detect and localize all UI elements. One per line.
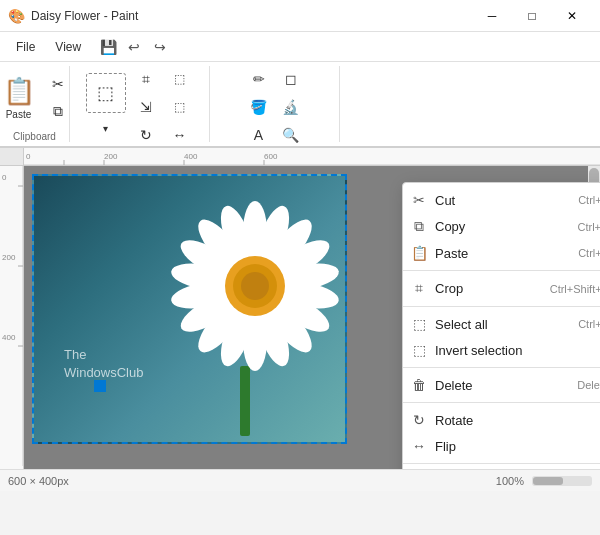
eraser-button[interactable]: ◻ (277, 66, 305, 92)
canvas-container[interactable]: The WindowsClub ✂ Cut Ctrl+X ⧉ Copy Ctrl… (24, 166, 600, 469)
menu-view[interactable]: View (47, 38, 89, 56)
maximize-button[interactable]: □ (512, 0, 552, 32)
fill-button[interactable]: 🪣 (245, 94, 273, 120)
selection-indicator (94, 380, 106, 392)
ribbon-group-tools: ✏ 🪣 A ◻ 🔬 🔍 Tools (210, 66, 340, 142)
flower-image (170, 186, 345, 436)
resize-button[interactable]: ⇲ (132, 94, 160, 120)
context-paste[interactable]: 📋 Paste Ctrl+V (403, 240, 600, 266)
titlebar: 🎨 Daisy Flower - Paint ─ □ ✕ (0, 0, 600, 32)
extra-btn1[interactable]: ⬚ (166, 66, 194, 92)
paste-menu-label: Paste (435, 246, 570, 261)
coords-label: 600 × 400px (8, 475, 69, 487)
redo-button[interactable]: ↪ (149, 36, 171, 58)
separator-3 (403, 367, 600, 368)
svg-text:200: 200 (104, 152, 118, 161)
context-select-all[interactable]: ⬚ Select all Ctrl+A (403, 311, 600, 337)
window-controls: ─ □ ✕ (472, 0, 592, 32)
cut-copy-col: ✂ ⧉ (44, 71, 72, 125)
flip-menu-label: Flip (435, 439, 598, 454)
undo-button[interactable]: ↩ (123, 36, 145, 58)
svg-text:200: 200 (2, 253, 16, 262)
ruler-corner (0, 148, 24, 166)
copy-shortcut: Ctrl+C (578, 221, 600, 233)
canvas-image[interactable]: The WindowsClub (32, 174, 347, 444)
copy-button[interactable]: ⧉ (44, 99, 72, 125)
context-delete[interactable]: 🗑 Delete Delete (403, 372, 600, 398)
select-col: ⬚ ▾ (86, 73, 126, 141)
magnify-icon: 🔍 (282, 127, 299, 143)
paste-menu-icon: 📋 (411, 245, 427, 261)
rotate-menu-label: Rotate (435, 413, 598, 428)
pencil-button[interactable]: ✏ (245, 66, 273, 92)
crop-button[interactable]: ⌗ (132, 66, 160, 92)
flip-menu-icon: ↔ (411, 438, 427, 454)
context-invert-selection[interactable]: ⬚ Invert selection (403, 337, 600, 363)
fill-icon: 🪣 (250, 99, 267, 115)
delete-label: Delete (435, 378, 569, 393)
eraser-col: ◻ 🔬 🔍 (277, 66, 305, 148)
svg-point-37 (241, 272, 269, 300)
close-button[interactable]: ✕ (552, 0, 592, 32)
text-button[interactable]: A (245, 122, 273, 148)
paste-shortcut: Ctrl+V (578, 247, 600, 259)
select-all-label: Select all (435, 317, 570, 332)
select-all-shortcut: Ctrl+A (578, 318, 600, 330)
color-picker-button[interactable]: 🔬 (277, 94, 305, 120)
separator-5 (403, 463, 600, 464)
cut-shortcut: Ctrl+X (578, 194, 600, 206)
select-icon: ⬚ (97, 82, 114, 104)
copy-menu-label: Copy (435, 219, 570, 234)
context-flip[interactable]: ↔ Flip › (403, 433, 600, 459)
title-text: Daisy Flower - Paint (31, 9, 138, 23)
separator-4 (403, 402, 600, 403)
select-button[interactable]: ⬚ (86, 73, 126, 113)
cut-button[interactable]: ✂ (44, 71, 72, 97)
invert-sel-label: Invert selection (435, 343, 600, 358)
ribbon-group-clipboard: 📋 Paste ✂ ⧉ Clipboard (0, 66, 70, 142)
context-rotate[interactable]: ↻ Rotate › (403, 407, 600, 433)
invert-sel-icon: ⬚ (411, 342, 427, 358)
image-content: ⬚ ▾ ⌗ ⇲ ↻ ⬚ ⬚ ↔ (86, 66, 194, 148)
cut-icon: ✂ (52, 76, 64, 92)
flip-icon: ↔ (173, 127, 187, 143)
watermark-line1: The (64, 346, 143, 364)
scrollbar-horizontal[interactable] (532, 476, 592, 486)
menu-file[interactable]: File (8, 38, 43, 56)
extra-btn2[interactable]: ⬚ (166, 94, 194, 120)
separator-1 (403, 270, 600, 271)
crop-shortcut: Ctrl+Shift+X (550, 283, 600, 295)
app-icon: 🎨 (8, 8, 25, 24)
scrollbar-h-thumb[interactable] (533, 477, 563, 485)
save-button[interactable]: 💾 (97, 36, 119, 58)
zoom-label: 100% (496, 475, 524, 487)
pencil-icon: ✏ (253, 71, 265, 87)
svg-text:0: 0 (26, 152, 31, 161)
horizontal-ruler: 0 200 400 600 (24, 148, 600, 166)
minimize-button[interactable]: ─ (472, 0, 512, 32)
magnify-button[interactable]: 🔍 (277, 122, 305, 148)
menubar: File View 💾 ↩ ↪ (0, 32, 600, 62)
paste-label: Paste (6, 109, 32, 120)
delete-icon: 🗑 (411, 377, 427, 393)
ruler-area: 0 200 400 600 (0, 148, 600, 166)
context-resize[interactable]: ⇲ Resize Ctrl+W (403, 468, 600, 469)
clipboard-content: 📋 Paste ✂ ⧉ (0, 66, 72, 129)
context-crop[interactable]: ⌗ Crop Ctrl+Shift+X (403, 275, 600, 302)
rotate-button[interactable]: ↻ (132, 122, 160, 148)
context-copy[interactable]: ⧉ Copy Ctrl+C (403, 213, 600, 240)
paste-button[interactable]: 📋 Paste (0, 71, 40, 125)
vertical-ruler: 0 200 400 (0, 166, 24, 469)
rotate-icon: ↻ (140, 127, 152, 143)
copy-menu-icon: ⧉ (411, 218, 427, 235)
extra-btn3[interactable]: ↔ (166, 122, 194, 148)
text-icon: A (254, 127, 263, 143)
color-picker-icon: 🔬 (282, 99, 299, 115)
select-dropdown[interactable]: ▾ (86, 115, 126, 141)
crop-menu-icon: ⌗ (411, 280, 427, 297)
rotate-menu-icon: ↻ (411, 412, 427, 428)
context-menu: ✂ Cut Ctrl+X ⧉ Copy Ctrl+C 📋 Paste Ctrl+… (402, 182, 600, 469)
ribbon: 📋 Paste ✂ ⧉ Clipboard ⬚ ▾ (0, 62, 600, 148)
delete-shortcut: Delete (577, 379, 600, 391)
context-cut[interactable]: ✂ Cut Ctrl+X (403, 187, 600, 213)
